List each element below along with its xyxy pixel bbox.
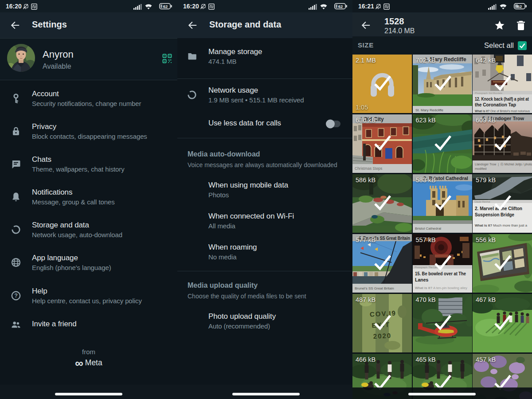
svg-text:the Coronation Tap: the Coronation Tap: [475, 102, 516, 107]
svg-text:modified: modified: [475, 167, 487, 170]
svg-text:Claude-Marshal: Claude-Marshal: [474, 200, 490, 203]
svg-text:15. Be bowled over at The: 15. Be bowled over at The: [415, 271, 466, 276]
svg-text:62: 62: [338, 4, 343, 9]
svg-text:12. Knock back (half) a pint a: 12. Knock back (half) a pint at: [475, 96, 529, 102]
svg-text:Christmas Steps: Christmas Steps: [355, 166, 382, 171]
svg-text:62: 62: [517, 4, 522, 9]
svg-text:Llandoger Trow | ⓒ Michiel J: Llandoger Trow | ⓒ Michiel Jelijs / phot…: [475, 163, 532, 166]
svg-text:Bristol Cathedral: Bristol Cathedral: [415, 227, 441, 231]
svg-text:St. Mary Redcliffe: St. Mary Redcliffe: [415, 108, 444, 112]
svg-text:2020: 2020: [373, 332, 391, 340]
svg-text:What is it? One of Bristol's m: What is it? One of Bristol's most notori…: [475, 110, 530, 113]
svg-text:What is it? A ten-pin bowling: What is it? A ten-pin bowling alley: [415, 286, 468, 290]
svg-text:Suspension Bridge: Suspension Bridge: [475, 212, 514, 217]
svg-text:Brunel's SS Great Britain: Brunel's SS Great Britain: [355, 286, 394, 290]
svg-text:?: ?: [14, 293, 18, 299]
svg-text:Lanes: Lanes: [415, 277, 429, 282]
svg-text:Photograph: Sid Mundele: Photograph: Sid Mundele: [475, 92, 502, 94]
svg-text:What is it? Much more than jus: What is it? Much more than just a: [475, 224, 527, 227]
svg-text:COV.I9: COV.I9: [370, 309, 397, 318]
svg-text:62: 62: [163, 4, 168, 9]
